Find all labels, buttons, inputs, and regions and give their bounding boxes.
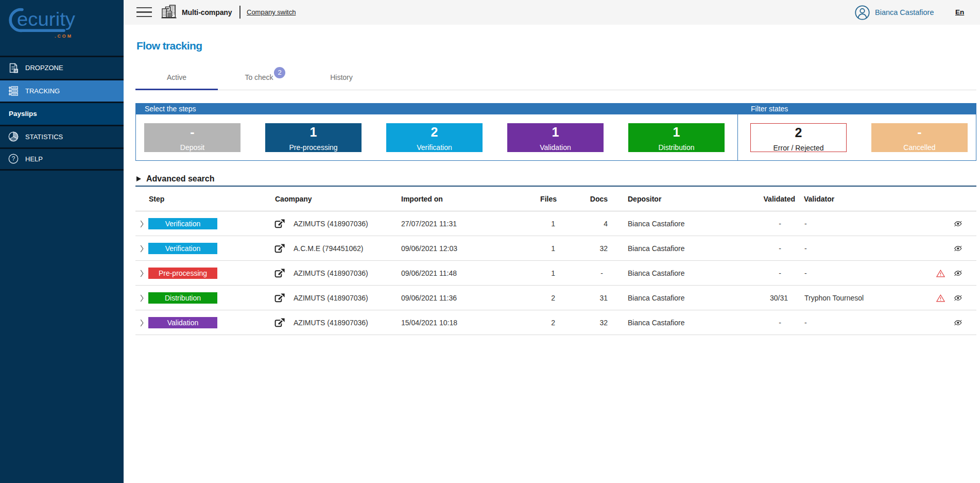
svg-text:ecurity: ecurity [17,9,76,30]
svg-text:?: ? [12,155,15,162]
svg-text:.COM: .COM [55,34,73,39]
